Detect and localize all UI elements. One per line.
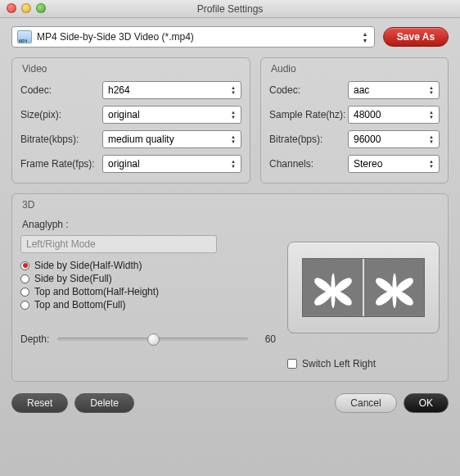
audio-channels-label: Channels: <box>269 158 348 170</box>
audio-bitrate-label: Bitrate(bps): <box>269 134 348 145</box>
3d-group-title: 3D <box>22 199 440 211</box>
stepper-icon <box>228 156 239 171</box>
audio-group-title: Audio <box>271 63 440 75</box>
window-title: Profile Settings <box>197 3 264 15</box>
video-codec-select[interactable]: h264 <box>102 81 241 99</box>
reset-button[interactable]: Reset <box>11 393 68 413</box>
checkbox-icon[interactable] <box>287 359 297 369</box>
radio-top-bottom-half[interactable]: Top and Bottom(Half-Height) <box>20 286 276 297</box>
video-framerate-label: Frame Rate(fps): <box>20 158 102 170</box>
stepper-icon <box>426 107 437 122</box>
ok-button[interactable]: OK <box>404 393 449 413</box>
radio-icon <box>20 261 29 270</box>
anaglyph-label: Anaglyph : <box>22 219 276 230</box>
audio-codec-select[interactable]: aac <box>348 81 440 99</box>
3d-group: 3D Anaglyph : Left/Right Mode Side by Si… <box>11 193 449 382</box>
stepper-icon <box>359 29 372 45</box>
stepper-icon <box>228 132 239 147</box>
radio-icon <box>20 301 29 310</box>
3d-preview <box>287 242 440 333</box>
butterfly-icon <box>310 267 356 308</box>
video-size-select[interactable]: original <box>102 106 241 124</box>
audio-bitrate-select[interactable]: 96000 <box>348 130 440 148</box>
radio-top-bottom-full[interactable]: Top and Bottom(Full) <box>20 299 276 311</box>
anaglyph-select[interactable]: Left/Right Mode <box>20 235 217 253</box>
video-bitrate-select[interactable]: medium quality <box>102 130 241 148</box>
stepper-icon <box>228 83 239 97</box>
video-group: Video Codec: h264 Size(pix): original Bi… <box>11 57 250 184</box>
minimize-icon[interactable] <box>21 3 31 13</box>
audio-samplerate-label: Sample Rate(hz): <box>269 109 348 120</box>
video-group-title: Video <box>22 63 241 75</box>
audio-samplerate-select[interactable]: 48000 <box>348 106 440 124</box>
traffic-lights <box>7 3 46 13</box>
delete-button[interactable]: Delete <box>74 393 134 413</box>
slider-thumb[interactable] <box>147 333 160 346</box>
save-as-button[interactable]: Save As <box>383 27 449 47</box>
radio-side-by-side-half[interactable]: Side by Side(Half-Width) <box>20 260 276 271</box>
titlebar: Profile Settings <box>0 0 460 18</box>
depth-slider[interactable] <box>57 338 248 341</box>
butterfly-icon <box>372 267 417 308</box>
radio-side-by-side-full[interactable]: Side by Side(Full) <box>20 273 276 284</box>
video-size-label: Size(pix): <box>20 109 102 120</box>
audio-channels-select[interactable]: Stereo <box>348 155 440 173</box>
mp4-file-icon <box>17 30 32 43</box>
radio-icon <box>20 274 29 283</box>
video-codec-label: Codec: <box>20 84 102 96</box>
zoom-icon[interactable] <box>36 3 46 13</box>
switch-left-right-row[interactable]: Switch Left Right <box>287 358 440 369</box>
depth-label: Depth: <box>20 333 49 345</box>
3d-mode-radios: Side by Side(Half-Width) Side by Side(Fu… <box>20 260 276 311</box>
video-framerate-select[interactable]: original <box>102 155 241 173</box>
profile-select[interactable]: MP4 Side-by-Side 3D Video (*.mp4) <box>11 26 375 48</box>
video-bitrate-label: Bitrate(kbps): <box>20 134 102 145</box>
audio-codec-label: Codec: <box>269 84 348 96</box>
depth-value: 60 <box>256 333 276 345</box>
stepper-icon <box>426 132 437 147</box>
profile-select-value: MP4 Side-by-Side 3D Video (*.mp4) <box>37 31 194 43</box>
radio-icon <box>20 288 29 297</box>
switch-left-right-label: Switch Left Right <box>302 358 376 369</box>
stepper-icon <box>426 83 437 97</box>
cancel-button[interactable]: Cancel <box>335 393 396 413</box>
stepper-icon <box>228 107 239 122</box>
close-icon[interactable] <box>7 3 16 13</box>
stepper-icon <box>426 156 437 171</box>
audio-group: Audio Codec: aac Sample Rate(hz): 48000 … <box>260 57 449 184</box>
